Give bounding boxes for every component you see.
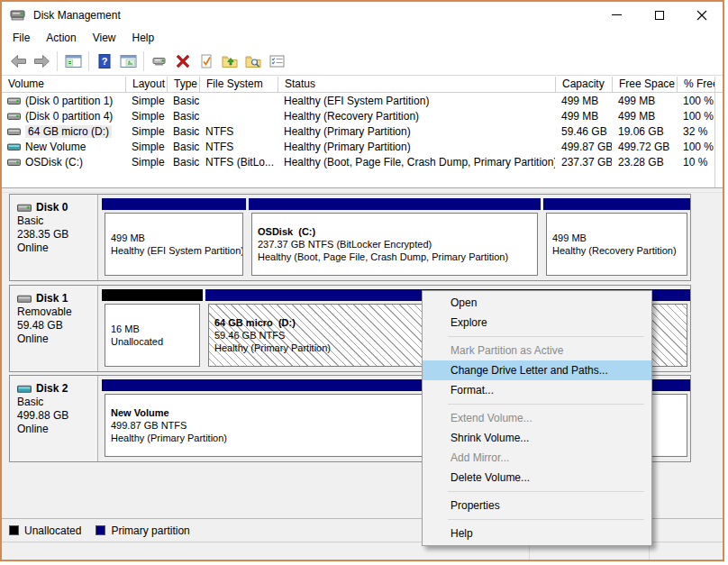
partition-type-band (102, 289, 203, 301)
capacity-cell: 499.87 GB (555, 141, 612, 153)
column-header-volume[interactable]: Volume (2, 77, 125, 93)
delete-volume-button[interactable] (171, 50, 195, 72)
column-header-free[interactable]: % Free (677, 77, 714, 93)
partition-body: 16 MBUnallocated (105, 304, 200, 367)
disk-state: Online (17, 423, 97, 436)
close-button[interactable] (680, 2, 723, 28)
column-header-capacity[interactable]: Capacity (555, 77, 612, 93)
drive-gray-icon (17, 294, 32, 304)
menu-item-format[interactable]: Format... (423, 380, 651, 400)
forward-button[interactable] (30, 50, 53, 72)
menu-item-help[interactable]: Help (423, 524, 651, 543)
partition-status: Unallocated (111, 335, 194, 348)
volume-name: 64 GB micro (D:) (25, 125, 112, 138)
partition-healthy-efi-system-partition[interactable]: 499 MBHealthy (EFI System Partition) (102, 198, 246, 277)
menu-item-delete-volume[interactable]: Delete Volume... (423, 468, 651, 488)
partition-body: 499 MBHealthy (Recovery Partition) (546, 213, 687, 276)
partition-size: 237.37 GB NTFS (BitLocker Encrypted) (258, 238, 532, 251)
menu-item-open[interactable]: Open (423, 293, 651, 313)
menu-separator (448, 336, 644, 337)
legend-swatch (9, 525, 19, 535)
volume-table-header: VolumeLayoutTypeFile SystemStatusCapacit… (2, 77, 723, 93)
table-row[interactable]: 64 GB micro (D:)SimpleBasicNTFSHealthy (… (2, 123, 723, 139)
status-cell: Healthy (Primary Partition) (278, 125, 555, 138)
toolbar: ? (2, 47, 723, 76)
maximize-icon (655, 11, 664, 20)
menu-view[interactable]: View (85, 30, 124, 46)
pct-free-cell: 32 % (677, 125, 714, 138)
file-system-cell: NTFS (199, 141, 278, 153)
column-header-status[interactable]: Status (278, 77, 555, 93)
show-console-tree-button[interactable] (61, 50, 85, 72)
menu-help[interactable]: Help (124, 30, 163, 46)
menu-item-shrink-volume[interactable]: Shrink Volume... (423, 428, 651, 448)
partition-healthy-recovery-partition[interactable]: 499 MBHealthy (Recovery Partition) (543, 198, 690, 277)
partition-osdisk-c[interactable]: OSDisk (C:)237.37 GB NTFS (BitLocker Enc… (249, 198, 541, 277)
action-pane-icon (120, 54, 137, 68)
properties-button[interactable] (265, 50, 288, 72)
drive-green-icon (7, 96, 21, 105)
drive-teal-icon (7, 142, 21, 151)
show-action-pane-button[interactable] (116, 50, 140, 72)
svg-text:?: ? (102, 56, 108, 67)
volume-cell: 64 GB micro (D:) (2, 125, 125, 138)
column-header-file-system[interactable]: File System (199, 77, 278, 93)
console-tree-icon (65, 54, 82, 68)
refresh-device-button[interactable] (148, 50, 171, 72)
type-cell: Basic (167, 156, 199, 169)
disk-label-panel[interactable]: Disk 2Basic499.88 GBOnline (10, 376, 98, 461)
help-button[interactable]: ? (93, 50, 116, 72)
open-button[interactable] (218, 50, 241, 72)
menu-item-explore[interactable]: Explore (423, 313, 651, 333)
disk-state: Online (17, 241, 97, 255)
menu-file[interactable]: File (5, 30, 38, 46)
volume-name: (Disk 0 partition 4) (25, 110, 113, 123)
table-row[interactable]: (Disk 0 partition 1)SimpleBasicHealthy (… (2, 93, 723, 108)
disk-label-panel[interactable]: Disk 1Removable59.48 GBOnline (10, 286, 98, 371)
volume-name: New Volume (25, 141, 86, 153)
partition-type-band (102, 198, 246, 210)
menu-item-mark-partition-as-active: Mark Partition as Active (423, 341, 651, 360)
back-icon (10, 54, 27, 68)
disk-management-app-icon (10, 9, 26, 22)
partition-unallocated[interactable]: 16 MBUnallocated (102, 289, 203, 368)
table-row[interactable]: New VolumeSimpleBasicNTFSHealthy (Primar… (2, 139, 723, 154)
partition-title: OSDisk (C:) (258, 225, 532, 238)
table-row[interactable]: (Disk 0 partition 4)SimpleBasicHealthy (… (2, 108, 723, 123)
volume-cell: (Disk 0 partition 1) (2, 95, 125, 107)
mark-active-button[interactable] (195, 50, 218, 72)
mark-active-icon (199, 54, 214, 68)
partition-body: OSDisk (C:)237.37 GB NTFS (BitLocker Enc… (251, 213, 538, 276)
legend-label: Primary partition (111, 524, 189, 537)
column-header-layout[interactable]: Layout (125, 77, 167, 93)
disk-name: Disk 2 (36, 382, 68, 396)
layout-cell: Simple (125, 156, 167, 169)
menu-separator (448, 404, 644, 405)
pct-free-cell: 100 % (677, 141, 714, 153)
explore-button[interactable] (241, 50, 265, 72)
maximize-button[interactable] (638, 2, 680, 28)
layout-cell: Simple (125, 141, 167, 153)
column-header-type[interactable]: Type (167, 77, 199, 93)
table-row[interactable]: OSDisk (C:)SimpleBasicNTFS (BitLo...Heal… (2, 154, 723, 169)
partition-body: 499 MBHealthy (EFI System Partition) (105, 213, 243, 276)
forward-icon (33, 54, 50, 68)
layout-cell: Simple (125, 110, 167, 123)
free-space-cell: 19.06 GB (612, 125, 677, 138)
menu-item-add-mirror: Add Mirror... (423, 448, 651, 468)
minimize-button[interactable] (596, 2, 638, 28)
column-header-filler[interactable] (714, 77, 723, 93)
partition-status: Healthy (Boot, Page File, Crash Dump, Pr… (258, 251, 532, 263)
free-space-cell: 23.28 GB (612, 156, 677, 169)
menu-action[interactable]: Action (38, 30, 84, 46)
file-system-cell: NTFS (BitLo... (199, 156, 278, 169)
volume-cell: (Disk 0 partition 4) (2, 110, 125, 123)
context-menu: OpenExploreMark Partition as ActiveChang… (422, 290, 652, 546)
column-header-free-space[interactable]: Free Space (612, 77, 677, 93)
menu-item-change-drive-letter-and-paths[interactable]: Change Drive Letter and Paths... (423, 360, 651, 380)
menu-item-properties[interactable]: Properties (423, 496, 651, 515)
toolbar-separator (57, 51, 58, 71)
pct-free-cell: 10 % (677, 156, 714, 169)
disk-label-panel[interactable]: Disk 0Basic238.35 GBOnline (10, 195, 98, 280)
back-button[interactable] (6, 50, 30, 72)
